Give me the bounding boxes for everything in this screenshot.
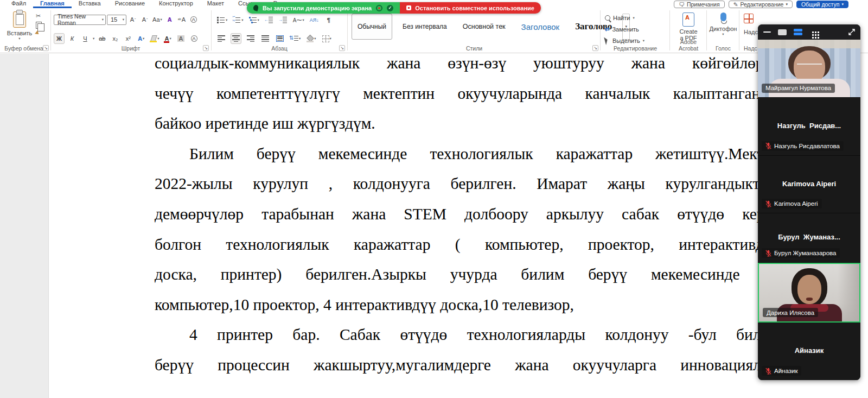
doc-line: байкоо иретинде иш жүргүздүм.	[155, 109, 780, 139]
superscript-button[interactable]: x²	[123, 33, 133, 44]
document-text[interactable]: социалдык-коммуникациялык жана өзүн-өзү …	[155, 48, 780, 381]
participant-tile-darikha[interactable]: Дариха Илясова	[758, 263, 860, 323]
recording-indicator-icon[interactable]	[376, 5, 382, 11]
chevron-down-icon: ▾	[123, 17, 124, 22]
multilevel-list-button[interactable]: ▾	[248, 15, 260, 26]
increase-indent-button[interactable]	[278, 15, 289, 26]
clipboard-group: Вставить ▾ ✂ Буфер обмена ↘	[0, 8, 50, 53]
replace-button[interactable]: ⇄ Заменить	[605, 24, 639, 34]
document-canvas[interactable]: социалдык-коммуникациялык жана өзүн-өзү …	[0, 54, 868, 398]
shading-button[interactable]: ▾	[305, 33, 317, 44]
line-spacing-button[interactable]: ▾	[289, 33, 302, 44]
numbering-button[interactable]: ▾	[232, 15, 244, 26]
doc-line: демөөрчүлөр тарабынан жана STEM долбоору…	[155, 199, 780, 230]
find-button[interactable]: Найти▾	[605, 12, 635, 23]
justify-button[interactable]	[260, 33, 271, 44]
clipboard-dialog-launcher[interactable]: ↘	[43, 45, 49, 51]
underline-button[interactable]: Ч	[80, 33, 91, 44]
microphone-icon	[720, 12, 726, 21]
shrink-font-button[interactable]: Аˇ	[139, 14, 150, 25]
dictate-button[interactable]: Диктофон ▾	[708, 12, 738, 36]
align-center-button[interactable]	[231, 33, 241, 44]
doc-line: компьютер,10 проектор, 4 интерактивдүү д…	[155, 290, 780, 320]
doc-line: болгон технологиялык каражаттар ( компью…	[155, 230, 780, 260]
minimize-icon[interactable]	[763, 31, 771, 33]
sharing-status-pill: Вы запустили демонстрацию экрана ✓	[247, 2, 400, 14]
addins-button[interactable]: Надс	[744, 14, 758, 35]
paste-button[interactable]: Вставить ▾	[5, 11, 34, 47]
participant-display-name: Айназик	[758, 346, 860, 355]
replace-icon: ⇄	[605, 26, 609, 32]
participant-display-name: Бурул Жуманаз...	[758, 233, 860, 241]
highlighter-icon	[150, 35, 157, 42]
participant-tile-nazgul[interactable]: Назгуль Рисдав... Назгуль Рисдавлатова	[758, 98, 860, 156]
doc-line: 2022-жылы курулуп , колдонууга берилген.…	[155, 169, 780, 199]
font-color-button[interactable]: А▾	[163, 33, 174, 44]
style-no-spacing[interactable]: Без интервала	[397, 14, 452, 40]
participant-tile-burul[interactable]: Бурул Жуманаз... Бурул Жуманазарова	[758, 213, 860, 263]
stop-share-button[interactable]: Остановить совместное использование	[400, 2, 541, 14]
font-family-combobox[interactable]: Times New Roman ▾	[54, 15, 106, 25]
show-marks-button[interactable]: ¶	[323, 15, 334, 26]
tab-insert[interactable]: Вставка	[72, 0, 108, 8]
align-right-button[interactable]	[245, 33, 256, 44]
screen-share-banner: Вы запустили демонстрацию экрана ✓ Остан…	[247, 2, 541, 14]
speaker-view-icon[interactable]	[778, 29, 787, 35]
character-border-button[interactable]: А	[189, 33, 200, 44]
strikethrough-button[interactable]: ab	[97, 33, 107, 44]
participant-tile-ainazik[interactable]: Айназик Айназик	[758, 323, 860, 380]
doc-line: берүү процессин жакшыртуу,мугалимдерге ж…	[155, 350, 780, 381]
fit-text-button[interactable]: А⁓▾	[292, 15, 305, 26]
participant-tile-mairamgul[interactable]: Майрамгул Нурматова	[758, 40, 860, 98]
italic-button[interactable]: К	[67, 33, 78, 44]
multilevel-list-icon	[249, 17, 257, 23]
chevron-down-icon: ▾	[93, 36, 94, 41]
bullets-button[interactable]: ▾	[216, 15, 228, 26]
share-button[interactable]: Общий доступ ▾	[796, 1, 848, 8]
bold-button[interactable]: Ж	[54, 33, 65, 44]
copy-button[interactable]	[36, 22, 42, 29]
tab-draw[interactable]: Рисование	[108, 0, 152, 8]
clipboard-icon	[13, 11, 26, 28]
doc-line: 4 принтер бар. Сабак өтүүдө технологияла…	[155, 320, 780, 350]
highlight-color-button[interactable]: ▾	[149, 33, 160, 44]
style-body-text[interactable]: Основной тек	[457, 14, 511, 40]
sort-button[interactable]: АЯ↓	[309, 15, 320, 26]
decrease-indent-button[interactable]	[264, 15, 275, 26]
phonetic-guide-button[interactable]: ᵃᵇА	[176, 14, 187, 25]
subscript-button[interactable]: x₂	[110, 33, 120, 44]
gallery-view-icon[interactable]	[812, 31, 814, 33]
style-heading[interactable]: Заголовок	[516, 14, 565, 40]
text-effects-button[interactable]: А▾	[136, 33, 146, 44]
tab-file[interactable]: Файл	[4, 0, 33, 8]
acrobat-group: Create a PDF Adobe Acrobat	[671, 8, 706, 53]
cursor-icon	[604, 36, 611, 45]
tab-design[interactable]: Конструктор	[152, 0, 200, 8]
grow-font-button[interactable]: Аˆ	[127, 14, 138, 25]
expand-icon[interactable]	[848, 28, 856, 36]
cut-button[interactable]: ✂	[36, 12, 42, 20]
participant-tile-karimova[interactable]: Karimova Aiperi Karimova Aiperi	[758, 156, 860, 214]
distribute-button[interactable]	[275, 33, 285, 44]
participant-name-chip: Айназик	[762, 366, 801, 376]
borders-button[interactable]: ▾	[321, 33, 333, 44]
sharing-status-text: Вы запустили демонстрацию экрана	[263, 5, 372, 11]
participant-display-name: Назгуль Рисдав...	[758, 122, 860, 130]
strip-view-icon[interactable]	[794, 29, 802, 36]
character-shading-button[interactable]: А	[176, 33, 187, 44]
align-left-button[interactable]	[216, 33, 227, 44]
participant-name-chip: Назгуль Рисдавлатова	[762, 141, 844, 151]
enclose-characters-button[interactable]: А	[188, 14, 199, 25]
tab-home[interactable]: Главная	[33, 0, 72, 8]
create-pdf-button[interactable]: Create a PDF	[671, 12, 706, 41]
clear-formatting-button[interactable]: А	[164, 14, 175, 25]
tab-layout[interactable]: Макет	[200, 0, 231, 8]
comments-button[interactable]: 🗨 Примечания	[674, 1, 724, 8]
muted-mic-icon	[765, 142, 771, 149]
change-case-button[interactable]: Аа▾	[151, 14, 163, 25]
editing-mode-button[interactable]: ✎ Редактирование ▾	[729, 1, 793, 8]
style-normal[interactable]: Обычный	[352, 14, 392, 40]
security-shield-icon[interactable]: ✓	[387, 5, 393, 11]
select-button[interactable]: Выделить▾	[605, 35, 644, 46]
font-size-combobox[interactable]: 15 ▾	[107, 15, 126, 25]
